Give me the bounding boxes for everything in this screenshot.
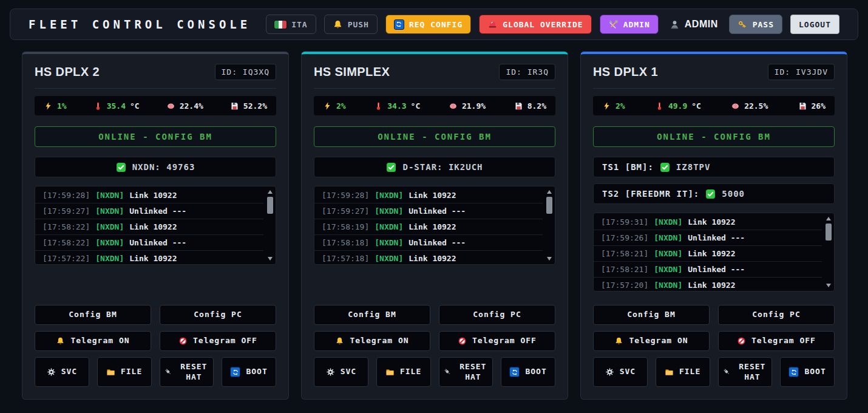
config-pc-button[interactable]: Config PC (439, 305, 555, 325)
bell-icon (56, 336, 65, 346)
card-actions: Config BMConfig PCTelegram ONTelegram OF… (314, 305, 555, 387)
scrollbar-thumb[interactable] (267, 197, 273, 214)
logout-button[interactable]: LOGOUT (790, 15, 839, 34)
log-scrollbar[interactable] (546, 188, 553, 263)
svc-button[interactable]: SVC (314, 357, 368, 387)
telegram-on-button[interactable]: Telegram ON (35, 331, 151, 351)
scroll-down-arrow-icon[interactable] (826, 284, 831, 287)
floppy-disk-icon (798, 101, 807, 111)
reset-hat-button[interactable]: RESET HAT (718, 357, 773, 387)
device-id-text: ID: IR3Q (506, 67, 549, 77)
scroll-up-arrow-icon[interactable] (268, 190, 273, 194)
disk-stat: 26% (798, 101, 826, 111)
telegram-off-button[interactable]: Telegram OFF (718, 331, 835, 351)
scrollbar-thumb[interactable] (546, 197, 552, 214)
log-entry: [17:58:21][NXDN]Unlinked --- (594, 262, 822, 278)
event-log[interactable]: [17:59:31][NXDN]Link 10922[17:59:26][NXD… (593, 213, 835, 292)
scroll-down-arrow-icon[interactable] (268, 257, 273, 261)
boot-label: BOOT (804, 367, 826, 377)
file-button[interactable]: FILE (656, 357, 710, 387)
log-entry: [17:58:22][NXDN]Link 10922 (35, 219, 263, 235)
folder-icon (665, 367, 674, 377)
ram-stat: 21.9% (449, 101, 486, 111)
config-bm-button[interactable]: Config BM (593, 305, 710, 325)
telegram-off-button[interactable]: Telegram OFF (439, 331, 555, 351)
config-button-row: Config BMConfig PC (35, 305, 276, 325)
log-timestamp: [17:58:18] (322, 235, 369, 250)
global-override-button[interactable]: GLOBAL OVERRIDE (479, 15, 591, 34)
thermometer-icon (93, 101, 103, 111)
reset-hat-button[interactable]: RESET HAT (439, 357, 493, 387)
plug-icon (722, 367, 731, 377)
log-mode-tag: [NXDN] (375, 188, 403, 203)
scroll-up-arrow-icon[interactable] (547, 190, 552, 194)
svc-button[interactable]: SVC (593, 357, 648, 387)
language-button[interactable]: ITA (266, 15, 316, 34)
telegram-off-button[interactable]: Telegram OFF (160, 331, 276, 351)
admin-button[interactable]: ADMIN (600, 15, 659, 34)
checkbox-checked-icon (660, 162, 670, 172)
status-text: ONLINE - CONFIG BM (657, 132, 771, 142)
boot-button[interactable]: BOOT (501, 357, 555, 387)
network-label: TS1 [BM]: (602, 162, 654, 172)
divider (35, 88, 276, 89)
floppy-disk-icon (514, 101, 523, 111)
telegram-button-row: Telegram ONTelegram OFF (314, 331, 555, 351)
checkbox-checked-icon (116, 162, 126, 172)
log-scrollbar[interactable] (825, 214, 832, 290)
bell-icon (335, 336, 344, 346)
log-timestamp: [17:57:22] (42, 251, 90, 265)
boot-button[interactable]: BOOT (780, 357, 835, 387)
config-bm-button[interactable]: Config BM (35, 305, 151, 325)
event-log[interactable]: [17:59:28][NXDN]Link 10922[17:59:27][NXD… (35, 186, 276, 265)
plug-icon (443, 367, 452, 377)
event-log[interactable]: [17:59:28][NXDN]Link 10922[17:59:27][NXD… (314, 186, 555, 265)
brain-icon (731, 101, 740, 111)
gear-icon (326, 367, 335, 377)
temp-stat: 49.9°C (655, 101, 701, 111)
telegram-on-button[interactable]: Telegram ON (314, 331, 430, 351)
boot-button[interactable]: BOOT (222, 357, 276, 387)
log-mode-tag: [NXDN] (654, 278, 682, 292)
config-pc-button[interactable]: Config PC (160, 305, 276, 325)
log-message: Link 10922 (688, 246, 735, 261)
temp-value: 34.3 (387, 101, 406, 111)
pass-button[interactable]: PASS (729, 15, 782, 34)
disk-stat: 8.2% (514, 101, 546, 111)
log-message: Unlinked --- (129, 203, 186, 219)
reset-hat-button[interactable]: RESET HAT (160, 357, 214, 387)
temp-value: 35.4 (107, 101, 126, 111)
network-value: IZ8TPV (676, 162, 711, 172)
log-message: Link 10922 (129, 188, 177, 203)
file-button[interactable]: FILE (376, 357, 431, 387)
req-config-button[interactable]: REQ CONFIG (385, 15, 471, 34)
log-scrollbar[interactable] (266, 188, 274, 263)
floppy-disk-icon (230, 101, 239, 111)
temp-value: 49.9 (668, 101, 687, 111)
log-entry: [17:59:27][NXDN]Unlinked --- (314, 203, 543, 219)
reset-hat-label: RESET HAT (458, 362, 489, 383)
divider (593, 88, 835, 89)
header-actions: ITA PUSH REQ CONFIG GLOBAL OVERRIDE ADMI… (266, 15, 839, 34)
scroll-up-arrow-icon[interactable] (826, 217, 831, 220)
reset-hat-label: RESET HAT (737, 362, 768, 383)
scroll-down-arrow-icon[interactable] (547, 257, 552, 261)
network-row: TS2 [FREEDMR IT]:5000 (593, 183, 835, 204)
brain-icon (166, 101, 175, 111)
config-pc-button[interactable]: Config PC (718, 305, 835, 325)
file-label: FILE (400, 367, 421, 377)
telegram-on-button[interactable]: Telegram ON (593, 331, 710, 351)
file-button[interactable]: FILE (97, 357, 152, 387)
disk-value: 8.2% (527, 101, 546, 111)
log-mode-tag: [NXDN] (654, 246, 682, 261)
push-button[interactable]: PUSH (324, 15, 378, 34)
scrollbar-thumb[interactable] (826, 224, 832, 241)
log-message: Link 10922 (129, 219, 177, 234)
reset-hat-label: RESET HAT (178, 362, 210, 383)
log-mode-tag: [NXDN] (654, 230, 682, 245)
log-entry: [17:59:27][NXDN]Unlinked --- (35, 203, 263, 219)
folder-icon (385, 367, 395, 377)
svc-button[interactable]: SVC (35, 357, 89, 387)
telegram-off-label: Telegram OFF (472, 336, 537, 346)
config-bm-button[interactable]: Config BM (314, 305, 430, 325)
